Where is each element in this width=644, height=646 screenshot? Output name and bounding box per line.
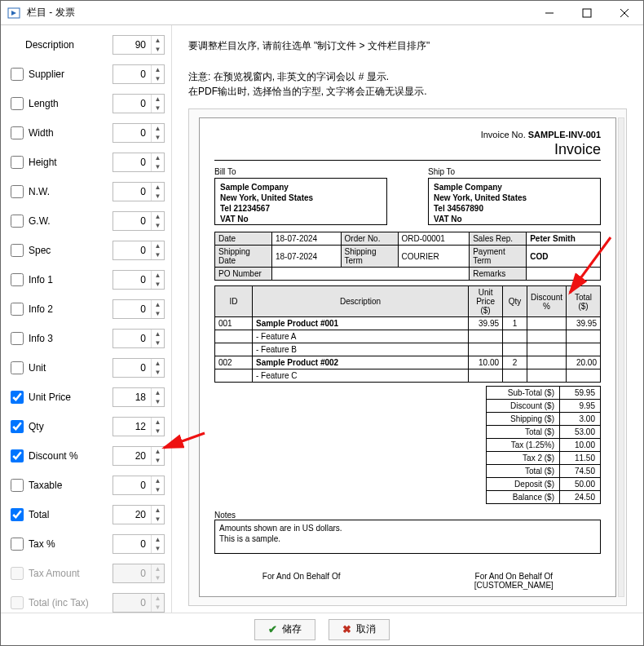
- spinner-value: 12: [113, 421, 151, 432]
- spinner-down-icon[interactable]: ▼: [152, 162, 164, 171]
- cancel-button[interactable]: ✖ 取消: [329, 619, 390, 640]
- item-row: - Feature A: [215, 330, 601, 343]
- column-checkbox[interactable]: [11, 68, 24, 81]
- spinner-down-icon[interactable]: ▼: [152, 338, 164, 347]
- spinner-up-icon[interactable]: ▲: [152, 153, 164, 162]
- column-width-spinner[interactable]: 12▲▼: [112, 417, 165, 436]
- column-checkbox[interactable]: [11, 361, 24, 374]
- close-button[interactable]: [606, 1, 643, 25]
- spinner-down-icon[interactable]: ▼: [152, 45, 164, 54]
- preview-scrollbar[interactable]: [618, 117, 624, 597]
- th-desc: Description: [253, 286, 469, 317]
- maximize-button[interactable]: [568, 1, 606, 25]
- spinner-down-icon[interactable]: ▼: [152, 544, 164, 553]
- spinner-down-icon[interactable]: ▼: [152, 280, 164, 289]
- column-checkbox[interactable]: [11, 273, 24, 286]
- item-cell: 39.95: [469, 317, 503, 330]
- column-width-spinner[interactable]: 20▲▼: [112, 505, 165, 524]
- total-row: Discount ($)9.95: [487, 400, 601, 413]
- column-checkbox[interactable]: [11, 185, 24, 198]
- column-width-spinner[interactable]: 0▲▼: [112, 299, 165, 319]
- item-cell: 2: [503, 356, 527, 369]
- spinner-down-icon[interactable]: ▼: [152, 309, 164, 318]
- column-width-spinner[interactable]: 0▲▼: [112, 182, 165, 201]
- spinner-down-icon[interactable]: ▼: [152, 515, 164, 524]
- total-label: Shipping ($): [487, 413, 560, 426]
- column-checkbox[interactable]: [11, 97, 24, 110]
- column-width-spinner[interactable]: 0▲▼: [112, 123, 165, 143]
- column-checkbox[interactable]: [11, 479, 24, 492]
- spinner-down-icon[interactable]: ▼: [152, 250, 164, 259]
- save-button[interactable]: ✔ 储存: [254, 619, 315, 640]
- column-width-spinner[interactable]: 20▲▼: [112, 446, 165, 466]
- column-row: Total20▲▼: [7, 500, 165, 529]
- column-width-spinner[interactable]: 0▲▼: [112, 534, 165, 554]
- column-checkbox[interactable]: [11, 449, 24, 462]
- column-row: G.W.0▲▼: [7, 206, 165, 236]
- spinner-down-icon[interactable]: ▼: [152, 221, 164, 230]
- column-row: Total (inc Tax)0▲▼: [7, 588, 165, 613]
- column-width-spinner[interactable]: 90▲▼: [112, 35, 165, 55]
- spinner-down-icon[interactable]: ▼: [152, 192, 164, 201]
- column-checkbox[interactable]: [11, 156, 24, 169]
- item-cell: [215, 330, 253, 343]
- column-width-spinner[interactable]: 0▲▼: [112, 241, 165, 260]
- svg-rect-3: [583, 9, 591, 17]
- spinner-up-icon[interactable]: ▲: [152, 124, 164, 133]
- column-checkbox[interactable]: [11, 508, 24, 521]
- spinner-up-icon[interactable]: ▲: [152, 535, 164, 544]
- spinner-down-icon[interactable]: ▼: [152, 74, 164, 83]
- spinner-up-icon[interactable]: ▲: [152, 388, 164, 397]
- spinner-down-icon[interactable]: ▼: [152, 485, 164, 494]
- spinner-up-icon[interactable]: ▲: [152, 300, 164, 309]
- column-label: Height: [29, 157, 112, 168]
- column-checkbox[interactable]: [11, 332, 24, 345]
- column-checkbox[interactable]: [11, 126, 24, 139]
- spinner-up-icon[interactable]: ▲: [152, 506, 164, 515]
- minimize-button[interactable]: [531, 1, 568, 25]
- spinner-up-icon[interactable]: ▲: [152, 476, 164, 485]
- column-checkbox[interactable]: [11, 391, 24, 404]
- column-width-spinner[interactable]: 0▲▼: [112, 358, 165, 378]
- column-row: Unit0▲▼: [7, 353, 165, 383]
- spinner-up-icon[interactable]: ▲: [152, 271, 164, 280]
- spinner-down-icon[interactable]: ▼: [152, 368, 164, 377]
- spinner-up-icon[interactable]: ▲: [152, 36, 164, 45]
- spinner-up-icon[interactable]: ▲: [152, 359, 164, 368]
- spinner-up-icon[interactable]: ▲: [152, 330, 164, 338]
- column-width-spinner: 0▲▼: [112, 564, 165, 583]
- column-checkbox[interactable]: [11, 538, 24, 551]
- spinner-value: 0: [113, 186, 151, 197]
- right-pane: 要调整栏目次序, 请前往选单 "制订文件 > 文件栏目排序" 注意: 在预览视窗…: [172, 25, 643, 613]
- spinner-up-icon[interactable]: ▲: [152, 212, 164, 221]
- spinner-up-icon[interactable]: ▲: [152, 95, 164, 104]
- column-width-spinner[interactable]: 0▲▼: [112, 211, 165, 231]
- spinner-up-icon[interactable]: ▲: [152, 241, 164, 250]
- column-checkbox[interactable]: [11, 420, 24, 433]
- spinner-down-icon[interactable]: ▼: [152, 456, 164, 465]
- spinner-value: 90: [113, 39, 151, 51]
- column-checkbox[interactable]: [11, 215, 24, 228]
- spinner-up-icon[interactable]: ▲: [152, 183, 164, 192]
- spinner-up-icon[interactable]: ▲: [152, 418, 164, 427]
- spinner-down-icon[interactable]: ▼: [152, 427, 164, 436]
- column-width-spinner[interactable]: 0▲▼: [112, 476, 165, 495]
- column-checkbox[interactable]: [11, 303, 24, 316]
- spinner-down-icon[interactable]: ▼: [152, 133, 164, 142]
- total-row: Total ($)53.00: [487, 426, 601, 439]
- column-checkbox[interactable]: [11, 244, 24, 257]
- column-width-spinner[interactable]: 0▲▼: [112, 329, 165, 348]
- column-width-spinner[interactable]: 18▲▼: [112, 387, 165, 407]
- spinner-up-icon[interactable]: ▲: [152, 65, 164, 74]
- meta-order: ORD-00001: [398, 232, 470, 246]
- invoice-preview: Invoice No. SAMPLE-INV-001 Invoice Bill …: [199, 117, 616, 597]
- spinner-down-icon[interactable]: ▼: [152, 397, 164, 406]
- column-width-spinner[interactable]: 0▲▼: [112, 94, 165, 113]
- spinner-up-icon[interactable]: ▲: [152, 447, 164, 456]
- spinner-down-icon[interactable]: ▼: [152, 104, 164, 113]
- column-width-spinner[interactable]: 0▲▼: [112, 153, 165, 172]
- total-value: 10.00: [560, 439, 601, 452]
- column-label: Unit: [29, 362, 112, 374]
- column-width-spinner[interactable]: 0▲▼: [112, 270, 165, 290]
- column-width-spinner[interactable]: 0▲▼: [112, 64, 165, 84]
